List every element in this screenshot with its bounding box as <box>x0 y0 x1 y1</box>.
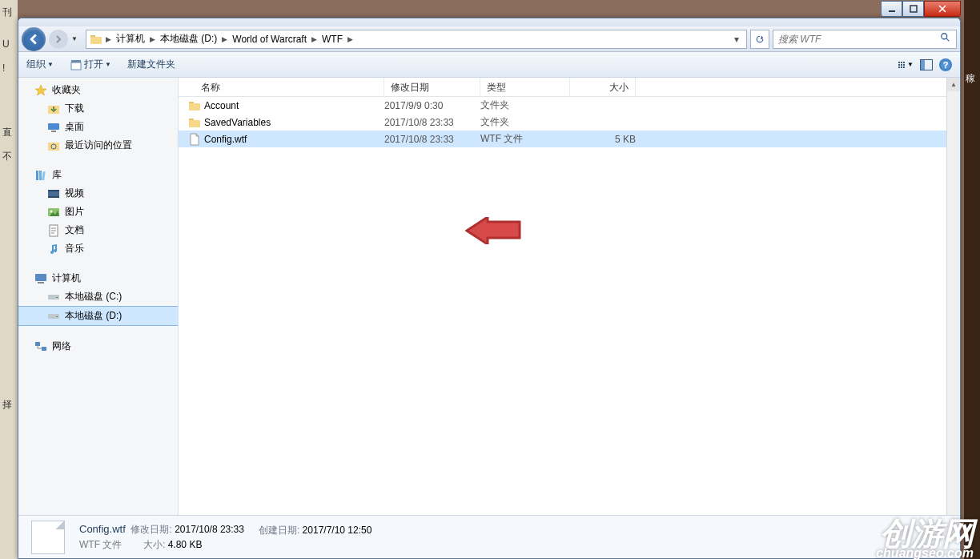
breadcrumb-bar[interactable]: ▶ 计算机 ▶ 本地磁盘 (D:) ▶ World of Warcraft ▶ … <box>86 30 747 49</box>
chevron-right-icon[interactable]: ▶ <box>220 35 229 43</box>
music-icon <box>47 243 60 255</box>
sidebar-item-drive-d[interactable]: 本地磁盘 (D:) <box>18 306 178 326</box>
file-date: 2017/9/9 0:30 <box>384 100 480 111</box>
file-type: 文件夹 <box>480 99 570 112</box>
sidebar-item-recent[interactable]: 最近访问的位置 <box>18 136 178 155</box>
sidebar-item-label: 图片 <box>65 205 84 219</box>
new-folder-button[interactable]: 新建文件夹 <box>127 58 175 71</box>
open-button[interactable]: 打开▼ <box>70 58 111 71</box>
svg-rect-31 <box>189 103 200 111</box>
breadcrumb-item[interactable]: 计算机 <box>113 32 148 46</box>
sidebar-item-label: 视频 <box>65 187 84 200</box>
file-row[interactable]: Account2017/9/9 0:30文件夹 <box>179 97 960 114</box>
file-row[interactable]: Config.wtf2017/10/8 23:33WTF 文件5 KB <box>179 131 960 147</box>
window-maximize-button[interactable] <box>902 1 924 17</box>
sidebar-network-label: 网络 <box>52 340 71 353</box>
svg-rect-14 <box>39 171 42 180</box>
sidebar-item-label: 桌面 <box>65 120 84 134</box>
sidebar-item-desktop[interactable]: 桌面 <box>18 118 178 136</box>
file-type: 文件夹 <box>480 115 570 129</box>
sidebar-libraries-label: 库 <box>52 168 62 182</box>
details-subtitle: WTF 文件 <box>79 539 122 550</box>
details-size-label: 大小: <box>143 539 165 550</box>
breadcrumb-dropdown[interactable]: ▾ <box>729 34 745 45</box>
file-row[interactable]: SavedVariables2017/10/8 23:33文件夹 <box>179 114 960 131</box>
column-size[interactable]: 大小 <box>570 78 636 96</box>
sidebar-item-downloads[interactable]: 下载 <box>18 99 178 118</box>
sidebar-item-videos[interactable]: 视频 <box>18 184 178 203</box>
file-name: Config.wtf <box>204 134 247 145</box>
file-name: Account <box>204 100 239 111</box>
details-create-label: 创建日期: <box>259 525 299 536</box>
chevron-right-icon[interactable]: ▶ <box>104 35 113 43</box>
bg-fragment: 直 <box>0 120 18 144</box>
open-icon <box>70 58 82 71</box>
sidebar-item-pictures[interactable]: 图片 <box>18 203 178 221</box>
bg-fragment: 刊 <box>0 0 18 24</box>
sidebar-computer-label: 计算机 <box>52 271 81 285</box>
bg-fragment: U <box>0 32 18 56</box>
sidebar-favorites-label: 收藏夹 <box>52 83 81 97</box>
file-type: WTF 文件 <box>480 132 570 146</box>
nav-forward-button[interactable] <box>49 30 68 49</box>
drive-icon <box>47 291 60 304</box>
svg-marker-7 <box>35 85 46 95</box>
sidebar-network-header[interactable]: 网络 <box>18 337 178 356</box>
column-date[interactable]: 修改日期 <box>384 78 480 96</box>
sidebar-item-music[interactable]: 音乐 <box>18 239 178 258</box>
chevron-right-icon[interactable]: ▶ <box>310 35 319 43</box>
chevron-right-icon[interactable]: ▶ <box>346 35 355 43</box>
window-minimize-button[interactable] <box>881 1 902 17</box>
folder-icon <box>90 33 102 46</box>
search-input[interactable] <box>778 34 940 45</box>
refresh-button[interactable] <box>750 30 769 49</box>
svg-rect-15 <box>42 171 46 179</box>
breadcrumb-item[interactable]: 本地磁盘 (D:) <box>157 32 220 46</box>
view-options-button[interactable]: ▼ <box>898 61 914 68</box>
nav-back-button[interactable] <box>22 27 46 51</box>
svg-rect-28 <box>35 342 40 346</box>
sidebar-item-drive-c[interactable]: 本地磁盘 (C:) <box>18 288 178 306</box>
sidebar-computer-header[interactable]: 计算机 <box>18 269 178 288</box>
details-size-value: 4.80 KB <box>168 539 203 550</box>
search-icon[interactable] <box>940 32 951 46</box>
svg-rect-6 <box>71 60 81 62</box>
column-type[interactable]: 类型 <box>480 78 570 96</box>
details-create-value: 2017/7/10 12:50 <box>303 525 372 536</box>
details-mod-value: 2017/10/8 23:33 <box>175 524 244 535</box>
breadcrumb-item[interactable]: WTF <box>319 34 346 45</box>
organize-button[interactable]: 组织▼ <box>26 58 54 71</box>
folder-icon <box>188 99 201 112</box>
help-button[interactable]: ? <box>939 58 952 71</box>
sidebar-item-label: 文档 <box>65 223 84 237</box>
search-box[interactable] <box>773 30 957 49</box>
documents-icon <box>47 224 60 237</box>
breadcrumb-item[interactable]: World of Warcraft <box>229 34 310 45</box>
scrollbar[interactable]: ▲ <box>946 78 960 515</box>
sidebar-item-label: 下载 <box>65 102 84 115</box>
window-close-button[interactable] <box>924 1 961 17</box>
svg-rect-0 <box>889 10 895 12</box>
titlebar[interactable] <box>18 18 960 26</box>
sidebar-libraries-header[interactable]: 库 <box>18 166 178 184</box>
preview-pane-button[interactable] <box>920 59 933 70</box>
svg-rect-25 <box>56 297 58 298</box>
libraries-icon <box>34 169 47 182</box>
desktop-icon <box>47 121 60 134</box>
nav-history-dropdown[interactable]: ▼ <box>71 35 82 42</box>
svg-rect-3 <box>90 37 102 44</box>
download-icon <box>47 103 60 115</box>
svg-rect-23 <box>38 282 44 284</box>
svg-rect-17 <box>48 190 59 191</box>
sidebar-favorites-header[interactable]: 收藏夹 <box>18 81 178 99</box>
svg-rect-10 <box>51 131 56 132</box>
bg-fragment: ! <box>0 56 18 80</box>
chevron-right-icon[interactable]: ▶ <box>148 35 157 43</box>
column-name[interactable]: 名称 <box>179 78 384 96</box>
sidebar-item-label: 本地磁盘 (C:) <box>65 290 122 304</box>
sidebar-item-documents[interactable]: 文档 <box>18 221 178 239</box>
svg-rect-33 <box>189 120 200 127</box>
file-size: 5 KB <box>570 134 636 145</box>
details-mod-label: 修改日期: <box>131 524 171 535</box>
file-icon <box>188 133 201 146</box>
